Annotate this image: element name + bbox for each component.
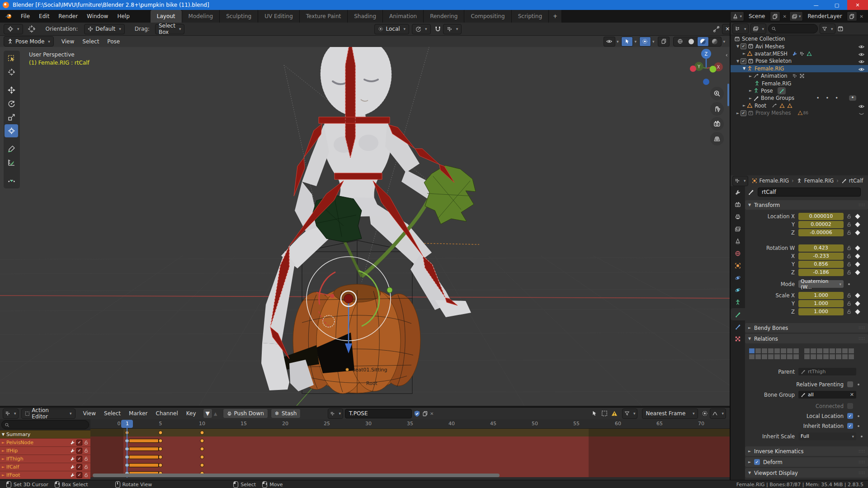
unlock-icon[interactable]	[846, 270, 852, 275]
keyframe-diamond-icon[interactable]	[855, 301, 860, 306]
modifier-wrench-icon[interactable]	[70, 456, 75, 461]
key-lane-lfHip[interactable]	[90, 445, 730, 453]
expander-icon[interactable]: ►	[741, 52, 747, 56]
channel-Summary[interactable]: ▼Summary	[0, 430, 90, 438]
tab-bone[interactable]	[731, 308, 745, 320]
unlock-icon[interactable]	[846, 309, 852, 314]
scene-copy-button[interactable]	[770, 11, 780, 21]
eye-icon[interactable]	[859, 43, 864, 50]
tab-compositing[interactable]: Compositing	[464, 10, 511, 23]
bone-layers-grid[interactable]	[745, 347, 868, 361]
pose-menu[interactable]: Pose	[103, 38, 124, 45]
bone-layer-cell[interactable]	[829, 348, 835, 354]
value-field[interactable]: -0.186	[798, 269, 844, 276]
expander-icon[interactable]: ►	[748, 96, 753, 100]
tab-uv-editing[interactable]: UV Editing	[258, 10, 300, 23]
tab-tool[interactable]	[731, 186, 745, 198]
dope-channel-menu[interactable]: Channel	[152, 410, 182, 417]
collection-checkbox[interactable]: ✓	[741, 110, 746, 116]
pan-button[interactable]	[710, 102, 724, 116]
outliner-row-female-rig[interactable]: ▼ Female.RIG	[731, 65, 868, 72]
channel-lfHip[interactable]: ►lfHip✓	[0, 446, 90, 455]
visibility-dropdown[interactable]	[604, 37, 615, 47]
tab-view-layer[interactable]	[731, 223, 745, 235]
xray-toggle[interactable]	[658, 37, 670, 47]
mute-checkbox[interactable]: ✓	[76, 456, 82, 462]
value-field[interactable]: 1.000	[798, 300, 844, 307]
collection-checkbox[interactable]: ✓	[741, 58, 746, 64]
tab-shading[interactable]: Shading	[348, 10, 383, 23]
breadcrumb-object[interactable]: Female.RIG	[760, 178, 789, 184]
channel-lfFoot[interactable]: ►lfFoot✓	[0, 471, 90, 479]
keyframe-diamond-icon[interactable]	[855, 222, 860, 227]
expander-icon[interactable]: ▼	[735, 44, 741, 48]
value-field[interactable]: 0.856	[798, 261, 844, 268]
bone-layer-cell[interactable]	[774, 348, 780, 354]
tool-pose-breakdowner[interactable]	[5, 174, 18, 187]
tab-render[interactable]	[731, 198, 745, 211]
key-lane-lfCalf[interactable]	[90, 461, 730, 469]
move-down-button[interactable]: ▼	[203, 408, 212, 418]
3d-viewport[interactable]: seat01.Sitting Root	[0, 47, 730, 406]
transform-panel-header[interactable]: ▼Transform::::	[745, 200, 868, 210]
bone-layer-cell[interactable]	[793, 354, 799, 360]
bone-layer-cell[interactable]	[810, 354, 816, 360]
unlock-icon[interactable]	[846, 230, 852, 235]
keyframe-diamond-icon[interactable]	[855, 245, 860, 250]
scene-unlink-icon[interactable]: ✕	[781, 14, 788, 19]
shading-wireframe-button[interactable]	[675, 37, 685, 46]
modifier-wrench-icon[interactable]	[70, 473, 75, 478]
outliner-row-female-rig-data[interactable]: Female.RIG	[731, 80, 868, 87]
tool-scale[interactable]	[5, 111, 18, 124]
ortho-toggle-button[interactable]	[710, 132, 724, 145]
shading-rendered-button[interactable]	[709, 37, 720, 46]
scene-name[interactable]: Scene	[745, 13, 769, 19]
falloff-dropdown[interactable]: ▾	[710, 408, 726, 419]
mute-checkbox[interactable]: ✓	[76, 440, 82, 446]
blender-menu-icon[interactable]	[5, 13, 13, 20]
bone-layer-cell[interactable]	[835, 348, 842, 354]
expander-icon[interactable]: ►	[741, 103, 747, 108]
modifier-wrench-icon[interactable]	[70, 448, 75, 453]
keyframe-dot[interactable]	[159, 463, 163, 467]
keyframe-diamond-icon[interactable]	[855, 230, 860, 235]
bone-layer-cell[interactable]	[810, 348, 816, 354]
bone-layer-cell[interactable]	[793, 348, 799, 354]
shading-material-button[interactable]	[697, 37, 709, 47]
bone-name-input[interactable]: rtCalf	[758, 188, 861, 197]
tool-cycle-icon[interactable]	[28, 25, 36, 33]
expander-icon[interactable]: ▼	[735, 59, 741, 63]
menu-help[interactable]: Help	[113, 10, 134, 23]
bone-layer-cell[interactable]	[816, 354, 823, 360]
dope-select-menu[interactable]: Select	[100, 410, 125, 417]
maximize-button[interactable]: ▢	[826, 0, 847, 10]
tool-move[interactable]	[5, 84, 18, 97]
outliner-row-avatar-mesh[interactable]: ► avatar.MESH	[731, 50, 868, 57]
keyframe-dot[interactable]	[159, 455, 163, 459]
unlock-icon[interactable]	[846, 245, 852, 251]
keyframe-dot[interactable]	[200, 439, 204, 443]
keyframe-dot[interactable]	[159, 439, 163, 443]
tool-select-box[interactable]	[5, 52, 18, 65]
tab-animation[interactable]: Animation	[383, 10, 424, 23]
eye-icon[interactable]	[859, 58, 864, 65]
menu-window[interactable]: Window	[82, 10, 113, 23]
bone-layer-cell[interactable]	[768, 354, 774, 360]
unlock-icon[interactable]	[846, 262, 852, 267]
eye-icon[interactable]	[859, 66, 864, 72]
outliner-search-input[interactable]	[768, 24, 818, 33]
tab-texture[interactable]	[731, 333, 745, 345]
keyframe-diamond-icon[interactable]	[855, 262, 860, 267]
tab-physics[interactable]	[731, 284, 745, 296]
tab-output[interactable]	[731, 211, 745, 223]
unlock-icon[interactable]	[84, 465, 89, 469]
viewport-scrollbar[interactable]	[727, 84, 729, 106]
mute-checkbox[interactable]: ✓	[76, 472, 82, 478]
action-unlink-icon[interactable]: ✕	[428, 411, 435, 416]
keyframe-diamond-icon[interactable]	[855, 293, 860, 298]
tab-modeling[interactable]: Modeling	[182, 10, 220, 23]
bone-layer-cell[interactable]	[761, 354, 768, 360]
move-up-button[interactable]: ▲	[214, 411, 217, 416]
drag-dropdown[interactable]: Select Box▾	[155, 24, 185, 34]
tab-bone-constraints[interactable]	[731, 320, 745, 333]
